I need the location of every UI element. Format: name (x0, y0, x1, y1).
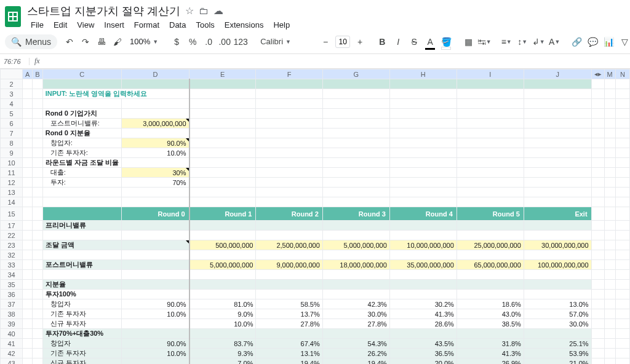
cell[interactable]: 10.0% (189, 319, 256, 329)
cell[interactable]: 13.1% (256, 349, 322, 358)
cell[interactable]: 67.4% (256, 339, 322, 349)
cell[interactable]: 43.0% (457, 309, 524, 319)
cell[interactable] (121, 358, 189, 365)
row-header[interactable]: 35 (1, 280, 23, 290)
select-all-corner[interactable] (1, 69, 23, 79)
row-header[interactable]: 23 (1, 240, 23, 250)
cell[interactable]: 19.4% (256, 358, 322, 365)
cell[interactable]: 13.0% (524, 299, 591, 309)
increase-font-icon[interactable]: + (353, 33, 367, 50)
menu-format[interactable]: Format (130, 20, 163, 30)
menu-edit[interactable]: Edit (50, 20, 71, 30)
cell[interactable]: 19.4% (322, 358, 389, 365)
cloud-icon[interactable]: ☁ (213, 5, 223, 17)
rotate-icon[interactable]: A▼ (547, 33, 562, 50)
row-header[interactable]: 38 (1, 309, 23, 319)
cell[interactable]: 5,000,000,000 (322, 240, 389, 250)
cell[interactable]: 26.2% (322, 349, 389, 358)
cell[interactable]: 13.7% (256, 309, 322, 319)
percent-icon[interactable]: % (185, 33, 200, 50)
col-header[interactable]: N (615, 69, 629, 79)
valign-icon[interactable]: ↕▼ (515, 33, 530, 50)
row-header[interactable]: 7 (1, 129, 23, 138)
borders-icon[interactable]: ▦ (461, 33, 476, 50)
cell[interactable]: 10.0% (121, 309, 189, 319)
row-header[interactable]: 15 (1, 207, 23, 221)
col-header[interactable]: J (524, 69, 591, 79)
menu-view[interactable]: View (73, 20, 98, 30)
cell[interactable]: Round 5 (457, 207, 524, 221)
row-header[interactable]: 13 (1, 188, 23, 197)
row-header[interactable]: 3 (1, 89, 23, 99)
cell[interactable]: 43.5% (389, 339, 457, 349)
merge-icon[interactable]: ⭾▼ (477, 33, 492, 50)
link-icon[interactable]: 🔗 (569, 33, 584, 50)
cell[interactable]: 38.5% (457, 319, 524, 329)
cell[interactable]: 65,000,000,000 (457, 260, 524, 270)
cell[interactable]: 53.9% (524, 349, 591, 358)
col-header[interactable]: G (322, 69, 389, 79)
cell[interactable]: 9.0% (189, 309, 256, 319)
cell[interactable]: Exit (524, 207, 591, 221)
formula-input[interactable] (45, 54, 630, 68)
menu-extensions[interactable]: Extensions (221, 20, 268, 30)
row-header[interactable]: 36 (1, 290, 23, 299)
col-header[interactable]: F (256, 69, 322, 79)
cell[interactable]: 42.3% (322, 299, 389, 309)
paint-format-icon[interactable]: 🖌 (110, 33, 125, 50)
cell[interactable]: Round 2 (256, 207, 322, 221)
currency-icon[interactable]: $ (169, 33, 184, 50)
cell[interactable]: 57.0% (524, 309, 591, 319)
cell[interactable]: 10,000,000,000 (389, 240, 457, 250)
redo-icon[interactable]: ↷ (78, 33, 93, 50)
cell[interactable]: 100,000,000,000 (524, 260, 591, 270)
cell[interactable]: 26.9% (457, 358, 524, 365)
row-header[interactable]: 22 (1, 231, 23, 240)
cell[interactable]: 90.0% (121, 339, 189, 349)
cell[interactable]: 31.8% (457, 339, 524, 349)
row-header[interactable]: 34 (1, 270, 23, 280)
font-size-input[interactable] (335, 36, 350, 48)
cell[interactable]: 90.0% (121, 299, 189, 309)
col-header[interactable]: D (121, 69, 189, 79)
cell[interactable]: 58.5% (256, 299, 322, 309)
row-header[interactable]: 42 (1, 349, 23, 358)
menu-file[interactable]: File (27, 20, 47, 30)
cell[interactable]: 2,500,000,000 (256, 240, 322, 250)
cell[interactable]: 90.0% (121, 138, 189, 148)
text-color-icon[interactable]: A (423, 33, 437, 50)
cell[interactable]: 18,000,000,000 (322, 260, 389, 270)
search-menus[interactable]: 🔍 Menus (5, 34, 57, 49)
row-header[interactable]: 11 (1, 168, 23, 178)
chart-icon[interactable]: 📊 (601, 33, 616, 50)
row-header[interactable]: 6 (1, 119, 23, 129)
decrease-decimal-icon[interactable]: .0 (201, 33, 216, 50)
cell[interactable]: 30% (121, 168, 189, 178)
zoom-select[interactable]: 100% ▼ (126, 34, 162, 49)
wrap-icon[interactable]: ↲▼ (531, 33, 546, 50)
row-header[interactable]: 32 (1, 250, 23, 260)
col-header[interactable]: C (42, 69, 121, 79)
cell[interactable]: 70% (121, 178, 189, 188)
col-header[interactable]: E (189, 69, 256, 79)
row-header[interactable]: 10 (1, 158, 23, 168)
menu-insert[interactable]: Insert (100, 20, 128, 30)
menu-help[interactable]: Help (269, 20, 293, 30)
cell[interactable]: 27.8% (322, 319, 389, 329)
scroll-left-icon[interactable]: ◂▸ (591, 69, 604, 79)
col-header[interactable]: M (604, 69, 615, 79)
cell[interactable]: 30.2% (389, 299, 457, 309)
more-formats-icon[interactable]: 123 (233, 33, 248, 50)
cell[interactable]: 10.0% (121, 148, 189, 158)
name-box[interactable]: 76:76 (0, 58, 30, 65)
cell[interactable]: 10.0% (121, 349, 189, 358)
cell[interactable]: Round 4 (389, 207, 457, 221)
row-header[interactable]: 37 (1, 299, 23, 309)
decrease-font-icon[interactable]: − (318, 33, 333, 50)
cell[interactable]: 36.5% (389, 349, 457, 358)
row-header[interactable]: 39 (1, 319, 23, 329)
doc-title[interactable]: 스타트업 지분가치 절약 계산기 (27, 4, 180, 18)
row-header[interactable]: 2 (1, 79, 23, 89)
strikethrough-icon[interactable]: S (407, 33, 421, 50)
row-header[interactable]: 40 (1, 329, 23, 339)
